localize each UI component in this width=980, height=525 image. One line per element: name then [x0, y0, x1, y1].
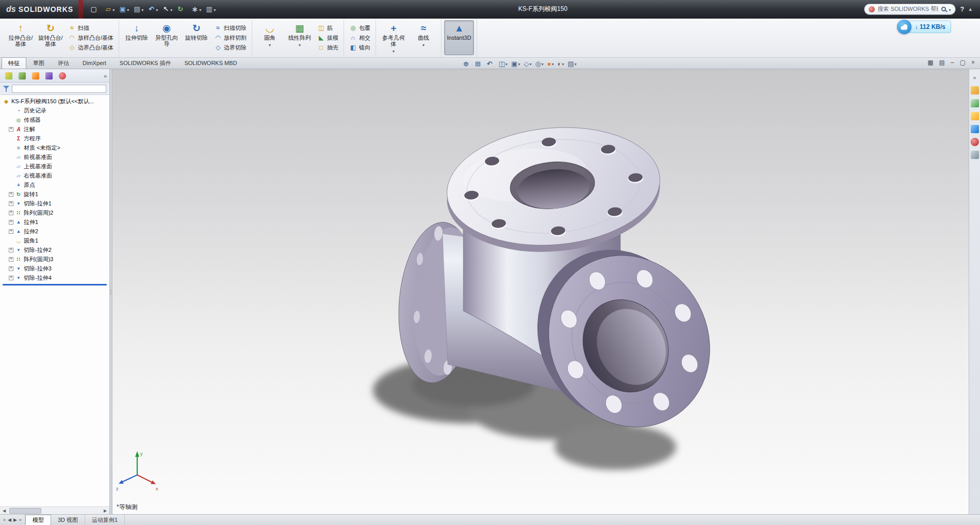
view-palette-icon[interactable]: [971, 125, 979, 133]
scroll-prev-icon[interactable]: ◀: [8, 517, 11, 522]
tree-item[interactable]: ▲ 拉伸2: [2, 227, 109, 236]
dropdown-caret-icon[interactable]: [170, 6, 172, 13]
design-library-icon[interactable]: [971, 99, 979, 107]
help-icon[interactable]: ?: [960, 5, 965, 13]
expand-icon[interactable]: [9, 257, 13, 262]
filter-funnel-icon[interactable]: [3, 85, 9, 92]
quick-access-button[interactable]: ▤: [132, 4, 144, 14]
tree-item[interactable]: ▼ 切除-拉伸4: [2, 273, 109, 282]
tree-item[interactable]: + 原点: [2, 180, 109, 189]
flyout-caret-icon[interactable]: [393, 47, 395, 54]
dropdown-caret-icon[interactable]: [542, 60, 544, 67]
file-explorer-icon[interactable]: [971, 112, 979, 120]
tree-item[interactable]: ▼ 切除-拉伸1: [2, 199, 109, 208]
dropdown-caret-icon[interactable]: [562, 60, 564, 67]
scroll-right-icon[interactable]: [101, 508, 109, 513]
tree-item[interactable]: ∷ 阵列(圆周)2: [2, 208, 109, 217]
heads-up-button[interactable]: ◎: [535, 60, 543, 68]
dropdown-caret-icon[interactable]: [141, 6, 143, 13]
tree-item[interactable]: ▼ 切除-拉伸2: [2, 245, 109, 254]
flyout-caret-icon[interactable]: [269, 41, 271, 48]
panel-tab[interactable]: [3, 71, 14, 81]
flyout-caret-icon[interactable]: [299, 41, 301, 48]
document-tab[interactable]: 模型: [25, 515, 51, 525]
scroll-first-icon[interactable]: «: [3, 517, 6, 522]
restore-window-icon[interactable]: ▢: [960, 59, 966, 66]
command-tab[interactable]: SOLIDWORKS 插件: [113, 57, 178, 69]
close-window-icon[interactable]: ×: [971, 59, 975, 66]
heads-up-button[interactable]: ◫: [499, 60, 508, 68]
expand-icon[interactable]: [9, 192, 13, 197]
tree-item[interactable]: ∷ 阵列(圆周)3: [2, 254, 109, 264]
quick-access-button[interactable]: ↻: [175, 4, 188, 14]
wrap-button[interactable]: ◎ 包覆: [347, 23, 373, 33]
panel-tab[interactable]: [43, 71, 55, 81]
curves-button[interactable]: ≈ 曲线: [409, 20, 438, 55]
search-input[interactable]: 搜索 SOLIDWORKS 帮助: [864, 4, 956, 15]
mirror-button[interactable]: ◧ 镜向: [347, 42, 373, 52]
quick-access-button[interactable]: ▢: [88, 4, 101, 14]
dropdown-caret-icon[interactable]: [199, 6, 201, 13]
minimize-window-icon[interactable]: –: [951, 59, 954, 66]
boundary-boss-button[interactable]: ◇ 边界凸台/基体: [66, 42, 116, 52]
pane-split-icon[interactable]: ▤: [939, 59, 945, 66]
command-tab[interactable]: SOLIDWORKS MBD: [177, 57, 243, 69]
expand-icon[interactable]: [9, 229, 13, 234]
panel-tab[interactable]: [56, 71, 68, 81]
heads-up-button[interactable]: ◐: [558, 60, 564, 68]
heads-up-button[interactable]: ▣: [511, 60, 520, 68]
fillet-button[interactable]: ◡ 圆角: [255, 20, 285, 55]
expand-icon[interactable]: [9, 266, 13, 271]
sweep-boss-button[interactable]: ≈ 扫描: [66, 23, 116, 33]
expand-icon[interactable]: [9, 248, 13, 252]
flyout-caret-icon[interactable]: [422, 41, 424, 48]
document-tab[interactable]: 运动算例1: [85, 515, 125, 525]
panel-tab[interactable]: [16, 71, 28, 81]
quick-access-button[interactable]: ▥: [204, 4, 217, 14]
pane-layout-icon[interactable]: ▦: [927, 59, 933, 66]
revolve-boss-button[interactable]: ↻ 旋转凸台/基体: [36, 20, 66, 55]
tree-item[interactable]: ↻ 旋转1: [2, 189, 109, 199]
dropdown-caret-icon[interactable]: [214, 6, 216, 13]
tree-item[interactable]: ▲ 拉伸1: [2, 217, 109, 227]
command-tab[interactable]: 评估: [51, 57, 76, 69]
tree-filter-input[interactable]: [12, 85, 106, 93]
rib-button[interactable]: ◫ 筋: [315, 23, 341, 33]
dropdown-caret-icon[interactable]: [529, 60, 531, 67]
heads-up-button[interactable]: ●: [547, 60, 554, 68]
collapse-menu-icon[interactable]: ▴: [969, 6, 972, 12]
expand-icon[interactable]: [9, 276, 13, 280]
graphics-viewport[interactable]: y x z *等轴测: [112, 69, 969, 514]
heads-up-button[interactable]: ⊞: [475, 60, 483, 68]
appearances-icon[interactable]: [971, 138, 979, 146]
instant3d-button[interactable]: ▲ Instant3D: [444, 20, 474, 55]
search-caret-icon[interactable]: [949, 6, 951, 13]
quick-access-button[interactable]: ↖: [160, 4, 173, 14]
resources-icon[interactable]: [971, 86, 979, 94]
expand-icon[interactable]: [9, 201, 13, 206]
expand-icon[interactable]: [9, 127, 13, 132]
loft-boss-button[interactable]: ◠ 放样凸台/基体: [66, 33, 116, 42]
command-tab[interactable]: DimXpert: [76, 57, 113, 69]
tree-item[interactable]: Σ 方程序: [2, 134, 109, 143]
panel-tab[interactable]: [29, 71, 41, 81]
tree-item[interactable]: ◡ 圆角1: [2, 236, 109, 245]
dropdown-caret-icon[interactable]: [112, 6, 115, 13]
tree-item[interactable]: ▱ 上视基准面: [2, 162, 109, 171]
tree-item[interactable]: ◔ 历史记录: [2, 106, 109, 115]
quick-access-button[interactable]: ▱: [103, 4, 116, 14]
intersect-button[interactable]: ∩ 相交: [347, 33, 373, 42]
dropdown-caret-icon[interactable]: [156, 6, 158, 13]
tree-item[interactable]: A 注解: [2, 124, 109, 134]
heads-up-button[interactable]: ↶: [487, 60, 495, 68]
panel-horizontal-scrollbar[interactable]: [0, 506, 109, 514]
search-icon[interactable]: [941, 7, 946, 11]
tree-root-item[interactable]: ◆ KS-F系列梭阀150 (默认<<默认...: [2, 97, 109, 106]
dropdown-caret-icon[interactable]: [552, 60, 554, 67]
loft-cut-button[interactable]: ◠ 放样切割: [211, 33, 249, 42]
boundary-cut-button[interactable]: ◇ 边界切除: [211, 42, 249, 52]
taskpane-collapse-icon[interactable]: «: [971, 73, 979, 82]
scroll-left-icon[interactable]: [0, 508, 8, 513]
reference-geometry-button[interactable]: + 参考几何体: [379, 20, 409, 55]
panel-tab-overflow-icon[interactable]: »: [104, 73, 107, 79]
